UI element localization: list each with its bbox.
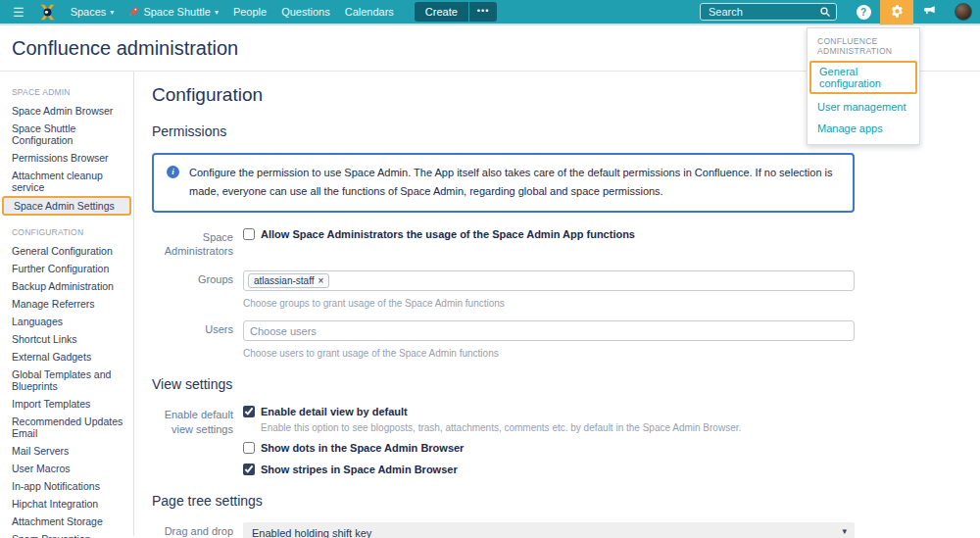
sidebar-item-in-app-notifications[interactable]: In-app Notifications: [0, 477, 133, 495]
nav-calendars[interactable]: Calendars: [345, 6, 394, 18]
sidebar-item-external-gadgets[interactable]: External Gadgets: [0, 348, 133, 366]
sidebar-item-permissions-browser[interactable]: Permissions Browser: [0, 149, 133, 167]
show-stripes-checkbox[interactable]: [243, 464, 255, 475]
sidebar-section-space-admin: SPACE ADMIN: [0, 87, 133, 102]
rocket-icon: [128, 6, 139, 19]
view-settings-heading: View settings: [152, 376, 855, 392]
info-icon: i: [167, 166, 179, 178]
enable-detail-view-checkbox[interactable]: [243, 406, 255, 417]
space-administrators-label: Space Administrators: [152, 228, 233, 260]
sidebar-item-global-templates-and-blueprints[interactable]: Global Templates and Blueprints: [0, 366, 133, 395]
page-title: Confluence administration: [12, 37, 238, 60]
sidebar-item-user-macros[interactable]: User Macros: [0, 460, 133, 477]
nav-space-shuttle[interactable]: Space Shuttle ▾: [128, 6, 219, 19]
nav-people[interactable]: People: [233, 6, 267, 18]
sidebar-section-configuration: CONFIGURATION: [0, 227, 133, 242]
user-menu-button[interactable]: [947, 0, 980, 24]
show-stripes-checkbox-label[interactable]: Show stripes in Space Admin Browser: [261, 464, 458, 475]
show-dots-checkbox[interactable]: [243, 442, 255, 454]
sidebar-item-attachment-cleanup-service[interactable]: Attachment cleanup service: [0, 167, 133, 196]
hamburger-menu-icon[interactable]: ☰: [13, 6, 24, 19]
search-icon: [819, 6, 831, 20]
gear-icon: [890, 4, 905, 21]
sidebar-item-general-configuration[interactable]: General Configuration: [0, 242, 133, 260]
sidebar-item-backup-administration[interactable]: Backup Administration: [0, 277, 133, 295]
users-label: Users: [152, 320, 233, 341]
groups-input[interactable]: atlassian-staff ×: [243, 270, 855, 291]
sidebar-item-attachment-storage[interactable]: Attachment Storage: [0, 513, 133, 530]
chevron-down-icon: ▾: [110, 8, 114, 17]
nav-spaces[interactable]: Spaces ▾: [71, 6, 115, 18]
select-caret-icon: ▾: [842, 526, 847, 536]
sidebar-item-spam-prevention[interactable]: Spam Prevention: [0, 530, 133, 538]
menu-item-user-management[interactable]: User management: [808, 96, 919, 118]
sidebar-item-mail-servers[interactable]: Mail Servers: [0, 442, 133, 460]
top-navbar: ☰ Spaces ▾ Space Shuttle ▾: [0, 0, 980, 25]
users-input[interactable]: [243, 320, 855, 341]
admin-dropdown-menu: CONFLUENCE ADMINISTRATION General config…: [807, 27, 920, 145]
sidebar-item-languages[interactable]: Languages: [0, 313, 133, 330]
enable-default-view-settings-label: Enable default view settings: [152, 406, 233, 475]
page-tree-settings-heading: Page tree settings: [152, 493, 855, 509]
drag-drop-sorting-select[interactable]: Enabled holding shift key ▾: [243, 522, 855, 538]
chevron-down-icon: ▾: [215, 8, 219, 17]
avatar: [955, 3, 972, 21]
drag-and-drop-sorting-label: Drag and drop sorting: [152, 522, 233, 538]
admin-dropdown-header: CONFLUENCE ADMINISTRATION: [808, 36, 919, 61]
show-dots-checkbox-label[interactable]: Show dots in the Space Admin Browser: [261, 442, 464, 454]
users-helper-text: Choose users to grant usage of the Space…: [243, 348, 855, 359]
enable-detail-view-checkbox-label[interactable]: Enable detail view by default: [261, 406, 408, 417]
sidebar-item-import-templates[interactable]: Import Templates: [0, 395, 133, 413]
sidebar-item-further-configuration[interactable]: Further Configuration: [0, 260, 133, 277]
menu-item-manage-apps[interactable]: Manage apps: [808, 118, 919, 139]
admin-settings-button[interactable]: [880, 0, 913, 24]
sidebar-item-hipchat-integration[interactable]: Hipchat Integration: [0, 495, 133, 513]
admin-sidebar: SPACE ADMIN Space Admin Browser Space Sh…: [0, 72, 134, 536]
permissions-heading: Permissions: [152, 123, 855, 139]
enable-detail-view-helper-text: Enable this option to see blogposts, tra…: [261, 422, 855, 433]
drag-drop-sorting-select-value: Enabled holding shift key: [252, 527, 371, 538]
groups-helper-text: Choose groups to grant usage of the Spac…: [243, 298, 855, 309]
sidebar-item-recommended-updates-email[interactable]: Recommended Updates Email: [0, 413, 133, 442]
nav-questions[interactable]: Questions: [281, 6, 330, 18]
help-button[interactable]: ?: [847, 0, 880, 24]
sidebar-item-manage-referrers[interactable]: Manage Referrers: [0, 295, 133, 313]
search-input[interactable]: [700, 3, 837, 21]
create-more-button[interactable]: •••: [469, 2, 497, 22]
sidebar-item-space-admin-settings[interactable]: Space Admin Settings: [2, 196, 131, 216]
group-tag: atlassian-staff ×: [248, 273, 329, 288]
remove-tag-icon[interactable]: ×: [318, 275, 324, 286]
menu-item-general-configuration[interactable]: General configuration: [809, 61, 917, 94]
allow-space-admins-checkbox[interactable]: [243, 228, 255, 240]
search-box: [700, 3, 837, 21]
sidebar-item-shortcut-links[interactable]: Shortcut Links: [0, 330, 133, 348]
announcements-button[interactable]: [913, 0, 947, 24]
sidebar-item-space-admin-browser[interactable]: Space Admin Browser: [0, 102, 133, 120]
create-button[interactable]: Create: [415, 2, 468, 22]
groups-label: Groups: [152, 270, 233, 291]
sidebar-item-space-shuttle-configuration[interactable]: Space Shuttle Configuration: [0, 120, 133, 149]
content-title: Configuration: [152, 84, 855, 106]
allow-space-admins-checkbox-label[interactable]: Allow Space Administrators the usage of …: [261, 228, 635, 240]
group-tag-label: atlassian-staff: [254, 275, 315, 286]
permissions-info-box: i Configure the permission to use Space …: [152, 153, 855, 213]
nav-spaces-label: Spaces: [71, 6, 107, 18]
permissions-info-text: Configure the permission to use Space Ad…: [189, 167, 833, 197]
help-icon: ?: [857, 5, 871, 20]
megaphone-icon: [923, 4, 937, 20]
nav-space-shuttle-label: Space Shuttle: [143, 6, 211, 18]
confluence-logo-icon[interactable]: [39, 4, 56, 21]
